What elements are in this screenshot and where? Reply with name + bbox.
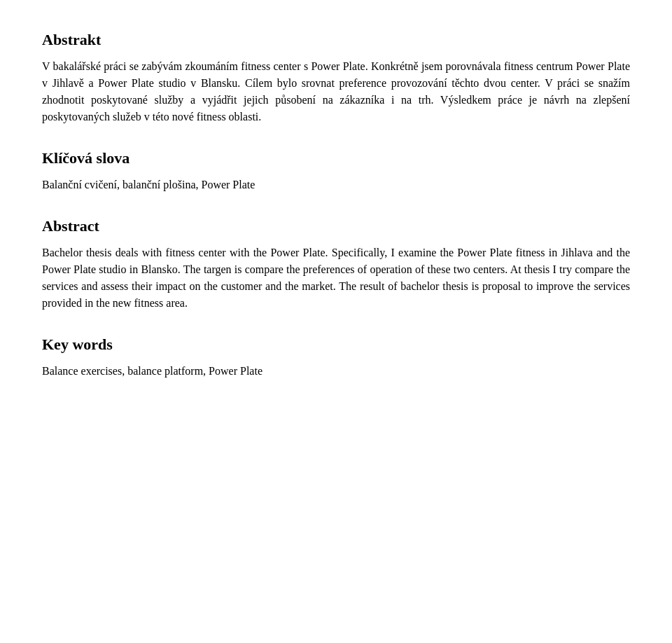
klicova-slova-keywords: Balanční cvičení, balanční plošina, Powe… (42, 177, 630, 193)
key-words-keywords: Balance exercises, balance platform, Pow… (42, 363, 630, 380)
klicova-slova-title: Klíčová slova (42, 146, 630, 170)
klicova-slova-section: Klíčová slova Balanční cvičení, balanční… (42, 146, 630, 193)
abstrakt-paragraph1: V bakalářské práci se zabývám zkoumáním … (42, 58, 630, 125)
abstract-title: Abstract (42, 214, 630, 237)
key-words-section: Key words Balance exercises, balance pla… (42, 333, 630, 380)
abstract-paragraph1: Bachelor thesis deals with fitness cente… (42, 244, 630, 312)
key-words-title: Key words (42, 333, 630, 356)
abstrakt-title: Abstrakt (42, 28, 630, 51)
abstract-section: Abstract Bachelor thesis deals with fitn… (42, 214, 630, 312)
abstrakt-section: Abstrakt V bakalářské práci se zabývám z… (42, 28, 630, 125)
